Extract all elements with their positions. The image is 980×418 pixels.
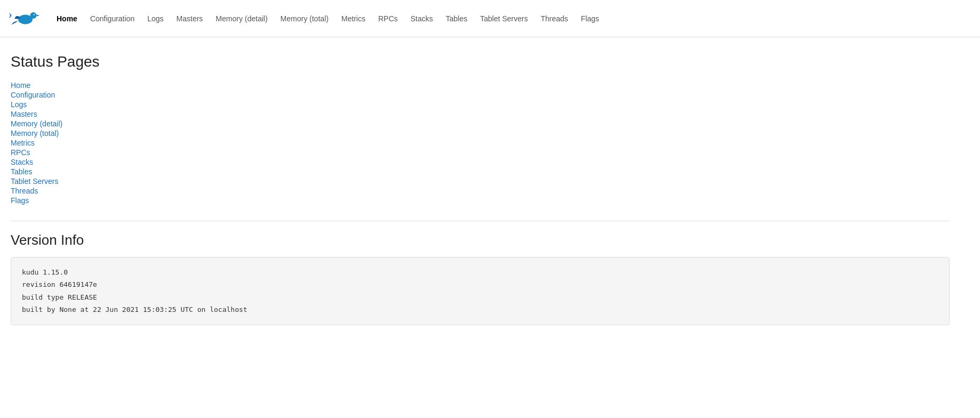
status-link-memory--total-[interactable]: Memory (total) [11,129,59,138]
nav-link-logs[interactable]: Logs [142,11,169,26]
status-links-list: HomeConfigurationLogsMastersMemory (deta… [11,81,950,205]
version-line: kudu 1.15.0 [22,266,938,278]
nav-item-configuration: Configuration [85,14,140,23]
list-item: Tablet Servers [11,177,950,186]
section-divider [11,221,950,221]
nav-item-logs: Logs [142,14,169,23]
list-item: Logs [11,100,950,109]
nav-item-tables: Tables [441,14,473,23]
navbar: HomeConfigurationLogsMastersMemory (deta… [0,0,980,37]
list-item: Flags [11,196,950,205]
version-line: revision 64619147e [22,278,938,291]
status-link-logs[interactable]: Logs [11,100,27,109]
nav-item-threads: Threads [535,14,573,23]
version-line: built by None at 22 Jun 2021 15:03:25 UT… [22,303,938,316]
nav-item-masters: Masters [171,14,209,23]
nav-link-stacks[interactable]: Stacks [405,11,439,26]
nav-link-flags[interactable]: Flags [576,11,604,26]
nav-item-home: Home [51,14,83,23]
version-line: build type RELEASE [22,291,938,303]
status-link-flags[interactable]: Flags [11,196,29,205]
svg-marker-2 [37,14,40,16]
status-link-tables[interactable]: Tables [11,167,32,176]
list-item: Configuration [11,91,950,99]
nav-item-stacks: Stacks [405,14,439,23]
nav-link-memory--total-[interactable]: Memory (total) [275,11,334,26]
status-link-tablet-servers[interactable]: Tablet Servers [11,177,58,186]
svg-point-1 [30,12,37,19]
status-link-stacks[interactable]: Stacks [11,158,33,166]
nav-link-configuration[interactable]: Configuration [85,11,140,26]
nav-link-threads[interactable]: Threads [535,11,573,26]
list-item: Tables [11,167,950,176]
kudu-logo-icon [9,5,41,32]
nav-item-tablet-servers: Tablet Servers [475,14,533,23]
list-item: Memory (detail) [11,119,950,128]
status-link-threads[interactable]: Threads [11,187,38,195]
status-link-configuration[interactable]: Configuration [11,91,55,99]
version-info-title: Version Info [11,232,950,248]
nav-links: HomeConfigurationLogsMastersMemory (deta… [51,14,604,23]
list-item: Threads [11,187,950,195]
nav-item-memory--total-: Memory (total) [275,14,334,23]
nav-link-tables[interactable]: Tables [441,11,473,26]
status-link-masters[interactable]: Masters [11,110,37,118]
version-info-box: kudu 1.15.0revision 64619147ebuild type … [11,257,950,325]
svg-point-3 [34,14,35,15]
list-item: Home [11,81,950,90]
nav-link-metrics[interactable]: Metrics [336,11,371,26]
nav-link-masters[interactable]: Masters [171,11,209,26]
nav-link-home[interactable]: Home [51,11,83,26]
nav-link-memory--detail-[interactable]: Memory (detail) [210,11,273,26]
nav-item-metrics: Metrics [336,14,371,23]
nav-item-rpcs: RPCs [373,14,403,23]
nav-item-memory--detail-: Memory (detail) [210,14,273,23]
list-item: Masters [11,110,950,118]
list-item: Metrics [11,139,950,147]
status-link-memory--detail-[interactable]: Memory (detail) [11,119,62,128]
status-link-metrics[interactable]: Metrics [11,139,35,147]
logo[interactable] [9,5,41,32]
nav-link-tablet-servers[interactable]: Tablet Servers [475,11,533,26]
list-item: Stacks [11,158,950,166]
status-link-rpcs[interactable]: RPCs [11,148,30,157]
nav-item-flags: Flags [576,14,604,23]
status-link-home[interactable]: Home [11,81,30,90]
list-item: RPCs [11,148,950,157]
main-content: Status Pages HomeConfigurationLogsMaster… [0,37,960,341]
page-title: Status Pages [11,53,950,70]
nav-link-rpcs[interactable]: RPCs [373,11,403,26]
list-item: Memory (total) [11,129,950,138]
